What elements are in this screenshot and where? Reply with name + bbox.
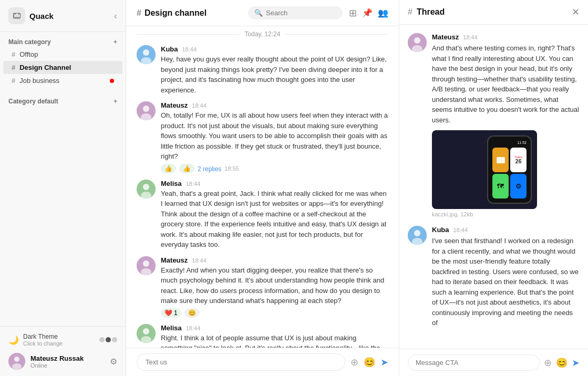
message-mateusz-1: Mateusz 18:44 Oh, totally! For me, UX is… <box>126 98 399 176</box>
thread-time: 18:44 <box>463 34 478 40</box>
channel-title: # Design channel <box>137 8 242 18</box>
thread-msg-mateusz: Mateusz 18:44 And that's where testing c… <box>408 33 580 217</box>
thread-time-2: 18:44 <box>453 227 468 233</box>
msg-header: Melisa 18:44 <box>161 180 388 187</box>
message-input[interactable] <box>137 353 345 371</box>
thread-msg-kuba: Kuba 18:44 I've seen that firsthand! I w… <box>408 226 580 328</box>
svg-point-8 <box>143 49 149 56</box>
phone-status-bar: 11:52 <box>492 141 527 144</box>
msg-header: Melisa 18:44 <box>161 324 388 332</box>
category-default-header: Category default + <box>0 96 126 107</box>
sidebar-item-offtop[interactable]: # Offtop <box>3 48 122 61</box>
user-profile-row: Mateusz Russak Online ⚙ <box>8 353 117 370</box>
msg-time: 18:44 <box>192 257 207 264</box>
reaction-thumbsup[interactable]: 👍 <box>161 164 176 173</box>
reaction-thumbsup-2[interactable]: 👍 <box>179 164 194 173</box>
thread-header-row-2: Kuba 18:44 <box>432 226 580 234</box>
svg-point-5 <box>14 357 19 362</box>
msg-author: Mateusz <box>161 101 188 109</box>
app-title: Quack <box>29 12 114 20</box>
reaction-smile[interactable]: 😊 <box>184 308 200 318</box>
svg-rect-1 <box>15 14 16 17</box>
thread-emoji-icon[interactable]: 😊 <box>556 357 568 369</box>
svg-point-14 <box>143 184 149 190</box>
search-box[interactable]: 🔍 <box>248 6 343 19</box>
main-channel: # Design channel 🔍 ⊞ 📌 👥 Today, 12:24 <box>126 0 399 376</box>
close-icon[interactable]: ✕ <box>572 6 580 18</box>
svg-point-30 <box>414 230 420 236</box>
thumbsup-icon-2: 👍 <box>183 165 191 172</box>
msg-time: 18:44 <box>186 181 201 187</box>
msg-time: 18:44 <box>182 46 197 53</box>
sidebar-item-job-business[interactable]: # Job business <box>3 74 122 87</box>
thread-content-kuba: Kuba 18:44 I've seen that firsthand! I w… <box>432 226 580 328</box>
message-melisa-1: Melisa 18:44 Yeah, that's a great point,… <box>126 176 399 253</box>
thread-content-mateusz: Mateusz 18:44 And that's where testing c… <box>432 33 580 217</box>
svg-point-26 <box>414 37 420 44</box>
members-icon[interactable]: 👥 <box>378 8 388 18</box>
send-icon[interactable]: ➤ <box>380 357 388 368</box>
toggle-dot-2 <box>106 337 111 342</box>
avatar-mateusz-2 <box>137 256 156 275</box>
msg-time: 18:44 <box>186 325 201 331</box>
sidebar-item-design-channel[interactable]: # Design Channel <box>3 61 122 74</box>
thread-image: 11:52 Today 26 🗺 <box>432 130 537 209</box>
user-avatar <box>8 353 25 370</box>
svg-rect-28 <box>497 157 505 163</box>
messages-list: Today, 12:24 Kuba 18:44 Hey, have you gu… <box>126 26 399 348</box>
thread-send-icon[interactable]: ➤ <box>572 357 580 369</box>
grid-view-icon[interactable]: ⊞ <box>349 7 357 19</box>
thread-text-2: I've seen that firsthand! I worked on a … <box>432 236 580 328</box>
thread-input-bar: ⊕ 😊 ➤ <box>399 349 588 376</box>
msg-author: Kuba <box>161 45 178 53</box>
thread-add-icon[interactable]: ⊕ <box>544 357 552 369</box>
sidebar-section-main: Main category + # Offtop # Design Channe… <box>0 32 126 91</box>
add-channel-icon[interactable]: + <box>114 38 117 46</box>
collapse-icon[interactable]: ‹ <box>114 11 117 22</box>
avatar-mateusz <box>137 101 156 120</box>
msg-text: Right. I think a lot of people assume th… <box>161 333 388 348</box>
sidebar-item-label: Job business <box>19 77 59 85</box>
thread-hash-icon: # <box>408 7 412 17</box>
thread-header: # Thread ✕ <box>399 0 588 25</box>
dark-theme-sub: Click to change <box>23 340 63 347</box>
settings-icon[interactable]: ⚙ <box>110 357 117 367</box>
app-maps: 🗺 <box>492 174 509 199</box>
app-logo <box>8 7 25 24</box>
reaction-heart[interactable]: ❤️ 1 <box>161 308 181 318</box>
thread-avatar-kuba <box>408 226 427 245</box>
smile-icon: 😊 <box>188 309 196 317</box>
app-settings: ⚙ <box>510 174 527 199</box>
msg-content-melisa-1: Melisa 18:44 Yeah, that's a great point,… <box>161 180 388 250</box>
sidebar: Quack ‹ Main category + # Offtop # Desig… <box>0 0 126 376</box>
msg-content-melisa-2: Melisa 18:44 Right. I think a lot of peo… <box>161 324 388 348</box>
dark-theme-toggle[interactable]: 🌙 Dark Theme Click to change <box>8 333 117 347</box>
thread-text: And that's where testing comes in, right… <box>432 43 580 125</box>
replies-link[interactable]: 2 replies <box>198 165 221 173</box>
hash-icon: # <box>12 77 15 85</box>
svg-point-11 <box>143 106 149 112</box>
replies-time: 18:55 <box>224 165 239 172</box>
toggle-dot-1 <box>99 337 105 342</box>
msg-text: Oh, totally! For me, UX is all about how… <box>161 110 388 162</box>
msg-content-mateusz-2: Mateusz 18:44 Exactly! And when you star… <box>161 256 388 318</box>
thread-header-row: Mateusz 18:44 <box>432 33 580 41</box>
svg-point-6 <box>12 363 22 370</box>
msg-header: Mateusz 18:44 <box>161 101 388 109</box>
search-input[interactable] <box>266 9 336 17</box>
heart-icon: ❤️ <box>164 309 172 317</box>
svg-point-20 <box>143 328 149 335</box>
msg-text: Exactly! And when you start digging deep… <box>161 265 388 306</box>
search-icon: 🔍 <box>254 9 263 17</box>
app-calendar: Today 26 <box>510 148 527 172</box>
thread-message-input[interactable] <box>408 354 540 371</box>
emoji-icon[interactable]: 😊 <box>364 357 375 368</box>
add-category-icon[interactable]: + <box>114 98 117 105</box>
msg-author: Melisa <box>161 180 182 187</box>
msg-time: 18:44 <box>192 102 207 109</box>
add-icon[interactable]: ⊕ <box>350 357 358 368</box>
msg-reactions-2: ❤️ 1 😊 <box>161 308 388 318</box>
pin-icon[interactable]: 📌 <box>362 8 373 18</box>
hash-icon: # <box>12 50 15 58</box>
svg-point-17 <box>143 260 149 267</box>
